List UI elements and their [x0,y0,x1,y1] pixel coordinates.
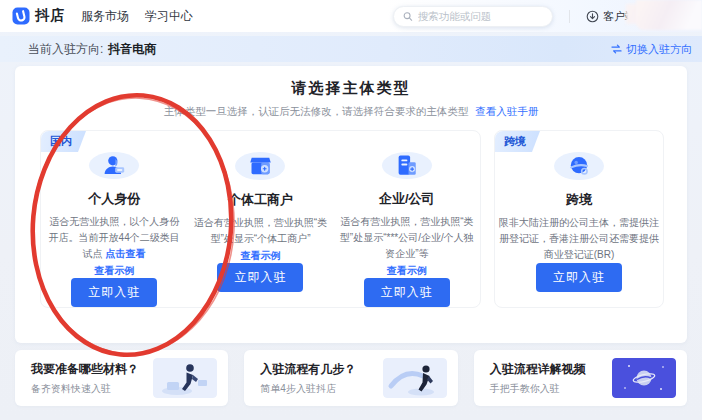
client-icon [586,10,599,23]
search-icon [403,11,413,22]
nav-learning-center[interactable]: 学习中心 [145,8,193,25]
help-card-texts: 我要准备哪些材料？ 备齐资料快速入驻 [31,361,139,396]
entity-groups: 国内 个人身份 适合无营业执照，以个人身份开店。当前开放44个二级类目试点 点击… [15,119,687,308]
help-card-materials[interactable]: 我要准备哪些材料？ 备齐资料快速入驻 [15,350,228,406]
card-desc-text: 适合有营业执照，营业执照“类型”处显示“***公司/企业/个人独资企业”等 [340,216,474,259]
card-desc-cross-border: 限非大陆注册的公司主体，需提供注册登记证，香港注册公司还需要提供商业登记证(BR… [495,215,663,263]
view-example-link-personal[interactable]: 查看示例 [94,264,134,278]
card-desc-text: 限非大陆注册的公司主体，需提供注册登记证，香港注册公司还需要提供商业登记证(BR… [499,217,659,260]
help-card-subtitle: 手把手教你入驻 [490,382,586,396]
entity-card-individual-business: 个体工商户 适合有营业执照，营业执照“类型”处显示“个体工商户” 查看示例 立即… [187,131,333,307]
entity-card-cross-border: 跨境 限非大陆注册的公司主体，需提供注册登记证，香港注册公司还需要提供商业登记证… [495,131,663,307]
switch-label: 切换入驻方向 [626,42,692,57]
direction-banner: 当前入驻方向: 抖音电商 切换入驻方向 [0,36,702,62]
card-desc-individual: 适合有营业执照，营业执照“类型”处显示“个体工商户” [187,215,333,247]
doudian-logo[interactable]: 抖店 [12,7,65,25]
direction-value: 抖音电商 [108,41,156,58]
steps-illustration [383,358,447,398]
entity-card-personal: 个人身份 适合无营业执照，以个人身份开店。当前开放44个二级类目试点 点击查看 … [41,131,187,307]
card-title-company: 企业/公司 [379,190,435,208]
group-domestic: 国内 个人身份 适合无营业执照，以个人身份开店。当前开放44个二级类目试点 点击… [40,130,481,308]
page-title: 请选择主体类型 [15,66,687,98]
card-desc-company: 适合有营业执照，营业执照“类型”处显示“***公司/企业/个人独资企业”等 [334,214,480,262]
card-title-personal: 个人身份 [88,190,140,208]
join-now-button-personal[interactable]: 立即入驻 [71,278,157,307]
view-manual-link[interactable]: 查看入驻手册 [475,105,538,117]
help-card-texts: 入驻流程有几步？ 简单4步入驻抖店 [260,361,356,396]
doudian-logo-icon [12,7,30,25]
page-subtitle: 主体类型一旦选择，认证后无法修改，请选择符合要求的主体类型 查看入驻手册 [15,105,687,119]
logo-text: 抖店 [35,7,65,25]
view-example-link-company[interactable]: 查看示例 [387,264,427,278]
subtitle-text: 主体类型一旦选择，认证后无法修改，请选择符合要求的主体类型 [164,105,469,117]
entity-card-company: 企业/公司 适合有营业执照，营业执照“类型”处显示“***公司/企业/个人独资企… [334,131,480,307]
help-card-steps[interactable]: 入驻流程有几步？ 简单4步入驻抖店 [244,350,457,406]
help-card-texts: 入驻流程详解视频 手把手教你入驻 [490,361,586,396]
view-example-link-individual[interactable]: 查看示例 [240,249,280,263]
card-title-individual: 个体工商户 [228,191,293,209]
entity-type-panel: 请选择主体类型 主体类型一旦选择，认证后无法修改，请选择符合要求的主体类型 查看… [15,66,687,343]
person-icon [89,152,139,179]
help-card-video[interactable]: 入驻流程详解视频 手把手教你入驻 [474,350,687,406]
card-title-cross-border: 跨境 [566,191,592,209]
group-cross-border: 跨境 跨境 限非大陆注册的公司主体，需提供注册登记证，香港注册公司还需要提供商业… [494,130,664,308]
direction-label: 当前入驻方向: [28,41,103,58]
help-cards-row: 我要准备哪些材料？ 备齐资料快速入驻 入驻流程有几步？ 简单4步入驻抖店 [15,350,687,406]
help-card-subtitle: 简单4步入驻抖店 [260,382,356,396]
company-icon [382,152,432,179]
navbar-divider [569,10,570,23]
globe-icon [554,152,604,180]
help-card-subtitle: 备齐资料快速入驻 [31,382,139,396]
nav-service-market[interactable]: 服务市场 [81,8,129,25]
store-icon [235,152,285,180]
help-card-title: 我要准备哪些材料？ [31,361,139,378]
join-now-button-cross-border[interactable]: 立即入驻 [536,263,622,292]
card-desc-personal: 适合无营业执照，以个人身份开店。当前开放44个二级类目试点 点击查看 [41,214,187,262]
search-input[interactable] [418,10,543,22]
redacted-user-info [636,0,702,30]
switch-direction-link[interactable]: 切换入驻方向 [611,42,692,57]
join-now-button-individual[interactable]: 立即入驻 [217,263,303,292]
card-desc-text: 适合有营业执照，营业执照“类型”处显示“个体工商户” [194,217,327,244]
switch-icon [611,44,622,54]
click-to-view-link[interactable]: 点击查看 [106,248,146,259]
join-now-button-company[interactable]: 立即入驻 [364,278,450,307]
materials-illustration [153,358,217,398]
search-box[interactable] [393,6,553,27]
help-card-title: 入驻流程有几步？ [260,361,356,378]
top-navbar: 抖店 服务市场 学习中心 客户端 通知 [0,0,702,32]
video-illustration [612,358,676,398]
help-card-title: 入驻流程详解视频 [490,361,586,378]
